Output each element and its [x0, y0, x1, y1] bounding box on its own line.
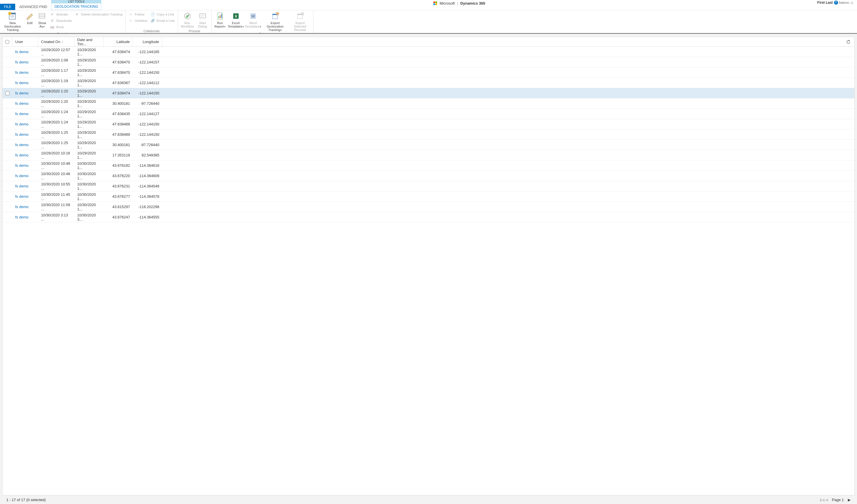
row-checkbox-cell[interactable] — [3, 181, 12, 191]
activate-button[interactable]: ✔ Activate — [49, 12, 73, 17]
user-menu-icon[interactable] — [851, 1, 854, 4]
deactivate-button[interactable]: ⊘ Deactivate — [49, 18, 73, 23]
table-row[interactable]: fs demo10/29/2020 1:24 ...10/29/2020 1..… — [3, 119, 854, 130]
grid-body[interactable]: fs demo10/29/2020 12:57 ...10/29/2020 1.… — [3, 47, 854, 495]
table-row[interactable]: fs demo10/29/2020 1:25 ...10/29/2020 1..… — [3, 130, 854, 140]
next-page-button[interactable]: ▶ — [848, 498, 851, 502]
cell-latitude: 17.353119 — [104, 150, 133, 160]
dialog-icon — [198, 12, 207, 21]
tab-geolocation-tracking[interactable]: GEOLOCATION TRACKING — [51, 3, 101, 10]
prev-page-button[interactable]: ◀ — [825, 498, 828, 502]
cell-longitude: -114.364548 — [133, 181, 162, 191]
table-row[interactable]: fs demo10/30/2020 11:59 ...10/30/2020 1.… — [3, 202, 854, 212]
user-link[interactable]: fs demo — [15, 153, 29, 157]
table-row[interactable]: fs demo10/29/2020 1:08 ...10/29/2020 1..… — [3, 57, 854, 67]
delete-geolocation-tracking-button[interactable]: ✕ Delete Geolocation Tracking — [73, 12, 123, 17]
btn-label: Edit — [27, 21, 33, 25]
user-link[interactable]: fs demo — [15, 215, 29, 219]
workflow-icon — [183, 12, 192, 21]
export-selected-records-button[interactable]: Export Selected Records — [289, 11, 312, 32]
help-icon[interactable]: ? — [834, 1, 838, 5]
cell-created-on: 10/29/2020 1:08 ... — [38, 57, 74, 67]
user-link[interactable]: fs demo — [15, 81, 29, 85]
table-row[interactable]: fs demo10/29/2020 10:16 ...10/29/2020 1.… — [3, 150, 854, 161]
user-link[interactable]: fs demo — [15, 132, 29, 137]
cell-date-time: 10/29/2020 1... — [74, 98, 104, 108]
table-row[interactable]: fs demo10/30/2020 10:48 ...10/30/2020 1.… — [3, 171, 854, 181]
column-header-latitude[interactable]: Latitude — [104, 37, 133, 47]
start-dialog-button[interactable]: Start Dialog — [196, 11, 209, 29]
copy-link-button[interactable]: 📄 Copy a Link — [149, 12, 176, 17]
deactivate-icon: ⊘ — [50, 18, 54, 23]
user-link[interactable]: fs demo — [15, 122, 29, 126]
row-checkbox-cell[interactable] — [3, 191, 12, 201]
follow-button[interactable]: ☆ Follow — [128, 12, 149, 17]
row-checkbox-cell[interactable] — [3, 78, 12, 88]
btn-label: New Geolocation Tracking — [2, 21, 23, 32]
user-link[interactable]: fs demo — [15, 142, 29, 147]
new-geolocation-tracking-button[interactable]: New Geolocation Tracking — [2, 11, 23, 32]
table-row[interactable]: fs demo10/30/2020 3:13 ...10/30/2020 3..… — [3, 212, 854, 222]
cell-latitude: 47.638466 — [104, 119, 133, 129]
user-link[interactable]: fs demo — [15, 205, 29, 209]
table-row[interactable]: fs demo10/29/2020 12:57 ...10/29/2020 1.… — [3, 47, 854, 57]
user-link[interactable]: fs demo — [15, 184, 29, 188]
edit-button[interactable]: Edit — [24, 11, 36, 25]
table-row[interactable]: fs demo10/30/2020 10:55 ...10/30/2020 1.… — [3, 181, 854, 191]
run-report-button[interactable]: Run Report▾ — [213, 11, 227, 29]
row-checkbox-cell[interactable] — [3, 202, 12, 212]
row-checkbox-cell[interactable] — [3, 171, 12, 181]
table-row[interactable]: fs demo10/29/2020 1:20 ...10/29/2020 1..… — [3, 88, 854, 98]
table-row[interactable]: fs demo10/29/2020 1:17 ...10/29/2020 1..… — [3, 67, 854, 78]
row-checkbox-cell[interactable] — [3, 57, 12, 67]
row-checkbox-cell[interactable] — [3, 212, 12, 222]
user-link[interactable]: fs demo — [15, 174, 29, 178]
row-checkbox-cell[interactable] — [3, 109, 12, 119]
email-link-button[interactable]: 🔗 Email a Link — [149, 18, 176, 23]
row-checkbox-cell[interactable] — [3, 130, 12, 139]
user-link[interactable]: fs demo — [15, 112, 29, 116]
run-workflow-button[interactable]: Run Workflow — [180, 11, 195, 29]
first-page-button[interactable]: ▮◀ — [820, 498, 825, 502]
table-row[interactable]: fs demo10/29/2020 1:25 ...10/29/2020 1..… — [3, 140, 854, 150]
refresh-button[interactable] — [844, 37, 853, 47]
table-row[interactable]: fs demo10/29/2020 1:19 ...10/29/2020 1..… — [3, 78, 854, 88]
show-as-button[interactable]: Show As▾ — [36, 11, 48, 29]
word-templates-button[interactable]: W Word Templates▾ — [245, 11, 262, 29]
user-link[interactable]: fs demo — [15, 163, 29, 168]
excel-templates-button[interactable]: X Excel Templates▾ — [228, 11, 244, 29]
row-checkbox-cell[interactable] — [3, 119, 12, 129]
table-row[interactable]: fs demo10/29/2020 1:20 ...10/29/2020 1..… — [3, 98, 854, 109]
user-link[interactable]: fs demo — [15, 50, 29, 54]
column-header-date-time[interactable]: Date and Tim... — [74, 37, 104, 47]
row-checkbox-cell[interactable] — [3, 161, 12, 170]
select-all-checkbox[interactable] — [5, 40, 9, 44]
tab-advanced-find[interactable]: ADVANCED FIND — [15, 4, 51, 10]
table-row[interactable]: fs demo10/30/2020 11:45 ...10/30/2020 1.… — [3, 191, 854, 202]
cell-user: fs demo — [12, 98, 38, 108]
cell-latitude: 47.638489 — [104, 130, 133, 139]
select-all-header[interactable] — [3, 37, 12, 47]
table-row[interactable]: fs demo10/30/2020 10:48 ...10/30/2020 1.… — [3, 161, 854, 171]
user-link[interactable]: fs demo — [15, 194, 29, 199]
column-header-longitude[interactable]: Longitude — [133, 37, 162, 47]
column-header-user[interactable]: User — [12, 37, 38, 47]
unfollow-button[interactable]: ☆ Unfollow — [128, 18, 149, 23]
row-checkbox-cell[interactable] — [3, 47, 12, 57]
user-link[interactable]: fs demo — [15, 70, 29, 74]
row-checkbox-cell[interactable] — [3, 150, 12, 160]
column-header-created-on[interactable]: Created On ↑ — [38, 37, 74, 47]
book-button[interactable]: 📖 Book — [49, 24, 73, 30]
table-row[interactable]: fs demo10/29/2020 1:24 ...10/29/2020 1..… — [3, 109, 854, 119]
row-checkbox-cell[interactable] — [3, 67, 12, 78]
row-checkbox-cell[interactable] — [3, 88, 12, 98]
cell-user: fs demo — [12, 191, 38, 201]
row-checkbox[interactable] — [5, 91, 10, 95]
row-checkbox-cell[interactable] — [3, 98, 12, 108]
export-geolocation-tracking-button[interactable]: Export Geolocation Tracking▾ — [262, 11, 288, 32]
tab-file[interactable]: FILE — [0, 4, 15, 10]
user-link[interactable]: fs demo — [15, 101, 29, 106]
row-checkbox-cell[interactable] — [3, 140, 12, 150]
user-link[interactable]: fs demo — [15, 91, 29, 95]
user-link[interactable]: fs demo — [15, 60, 29, 64]
